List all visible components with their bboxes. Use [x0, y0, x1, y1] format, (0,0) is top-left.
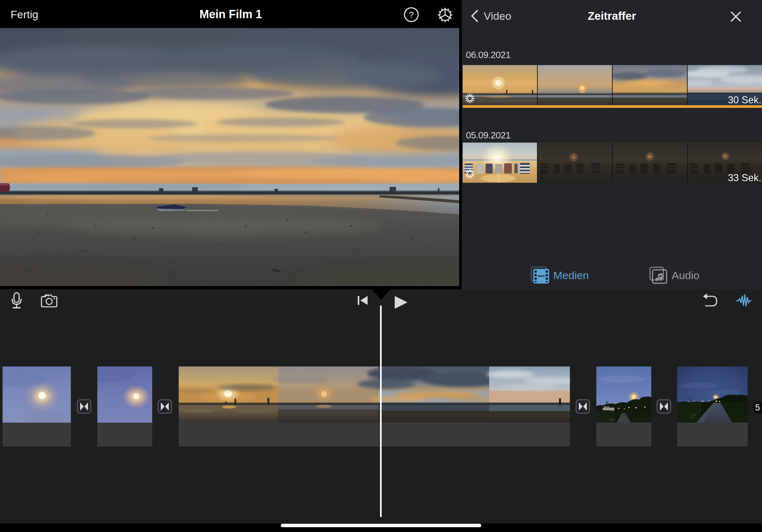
svg-text:?: ? — [409, 10, 414, 20]
